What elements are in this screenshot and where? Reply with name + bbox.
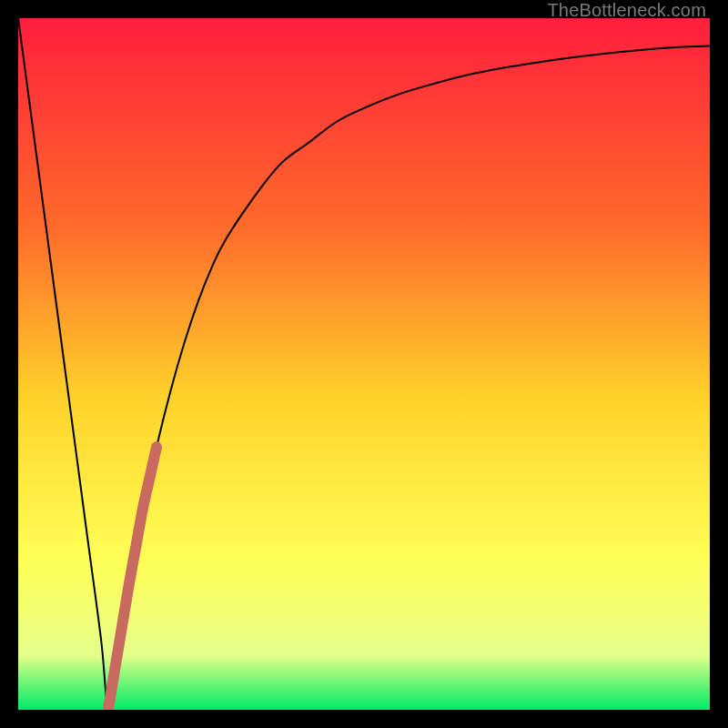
chart-svg [18, 18, 710, 710]
plot-area [18, 18, 710, 710]
chart-frame: TheBottleneck.com [0, 0, 728, 728]
